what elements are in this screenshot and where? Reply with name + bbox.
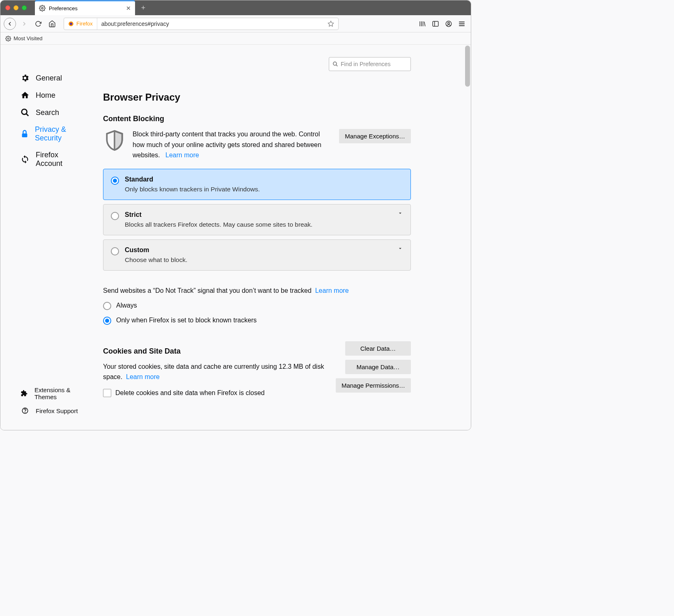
lock-icon [20,129,29,138]
svg-point-15 [7,38,9,39]
sync-icon [20,155,30,164]
gear-icon [5,36,11,41]
sidebar-item-privacy[interactable]: Privacy & Security [0,121,95,147]
svg-marker-3 [328,21,333,26]
sidebar-item-label: Firefox Account [36,151,87,168]
menu-button[interactable] [456,18,468,30]
search-icon [20,108,30,117]
content-blocking-description: Block third-party content that tracks yo… [133,129,332,161]
identity-label: Firefox [76,21,93,27]
svg-point-21 [333,62,337,65]
search-placeholder: Find in Preferences [341,61,390,67]
sidebar-item-label: Privacy & Security [35,125,87,143]
sidebar-item-support[interactable]: Firefox Support [0,404,95,418]
content-area: General Home Search Privacy & Security [0,45,471,430]
radio-strict[interactable] [111,212,119,220]
sidebar-item-label: General [36,74,62,83]
radio-custom[interactable] [111,247,119,255]
option-description: Blocks all trackers Firefox detects. May… [125,221,312,228]
maximize-window-button[interactable] [22,5,27,10]
dnt-option-only-when[interactable]: Only when Firefox is set to block known … [103,316,411,325]
back-button[interactable] [4,18,16,30]
preferences-search-input[interactable]: Find in Preferences [329,57,411,71]
svg-rect-8 [433,21,438,26]
sidebar-item-label: Home [36,91,55,100]
close-tab-button[interactable]: ✕ [126,5,131,11]
firefox-icon [68,21,74,27]
radio-standard[interactable] [111,177,119,185]
manage-data-button[interactable]: Manage Data… [345,360,411,374]
chevron-down-icon[interactable] [397,246,403,251]
learn-more-link[interactable]: Learn more [165,152,199,159]
puzzle-icon [20,390,29,397]
forward-button[interactable] [18,18,30,30]
radio-label: Always [116,302,137,309]
browser-tab[interactable]: Preferences ✕ [35,0,135,15]
titlebar: Preferences ✕ + [0,0,471,15]
gear-icon [39,5,46,11]
scrollbar[interactable] [465,46,470,87]
help-icon [20,407,30,414]
cookies-description: Your stored cookies, site data and cache… [103,361,328,382]
section-heading-content-blocking: Content Blocking [103,115,411,123]
sidebar-item-extensions[interactable]: Extensions & Themes [0,383,95,404]
svg-line-22 [336,65,338,67]
preferences-sidebar: General Home Search Privacy & Security [0,45,95,430]
svg-point-0 [41,7,43,9]
option-description: Only blocks known trackers in Private Wi… [125,186,260,193]
minimize-window-button[interactable] [14,5,18,10]
learn-more-link[interactable]: Learn more [315,287,349,294]
url-text[interactable]: about:preferences#privacy [97,21,323,27]
gear-icon [20,74,30,83]
svg-point-16 [22,109,27,115]
radio-only-when[interactable] [103,317,111,325]
sidebar-item-home[interactable]: Home [0,87,95,104]
section-heading-cookies: Cookies and Site Data [103,347,328,356]
tab-title: Preferences [49,5,123,11]
main-pane: Find in Preferences Browser Privacy Cont… [103,45,423,430]
clear-data-button[interactable]: Clear Data… [345,341,411,356]
option-title: Strict [125,211,312,218]
radio-always[interactable] [103,302,111,310]
manage-exceptions-button[interactable]: Manage Exceptions… [339,129,411,143]
close-window-button[interactable] [5,5,10,10]
svg-line-7 [424,21,425,26]
bookmark-star-button[interactable] [323,21,338,27]
svg-point-2 [70,23,72,25]
home-button[interactable] [46,18,58,30]
checkbox-label: Delete cookies and site data when Firefo… [115,389,265,397]
sidebar-item-search[interactable]: Search [0,104,95,121]
reload-button[interactable] [32,18,44,30]
option-description: Choose what to block. [125,256,188,264]
content-blocking-option-standard[interactable]: Standard Only blocks known trackers in P… [103,169,411,200]
learn-more-link[interactable]: Learn more [126,373,160,380]
svg-line-17 [26,114,29,116]
new-tab-button[interactable]: + [138,2,149,14]
sidebar-item-label: Search [36,108,59,117]
checkbox-delete-on-close[interactable] [103,389,111,397]
content-blocking-option-custom[interactable]: Custom Choose what to block. [103,239,411,271]
bookmarks-toolbar: Most Visited [0,32,471,45]
dnt-option-always[interactable]: Always [103,301,411,310]
chevron-down-icon[interactable] [397,210,403,216]
sidebar-item-general[interactable]: General [0,69,95,87]
option-title: Custom [125,246,188,254]
svg-point-11 [448,22,450,24]
svg-point-20 [25,412,25,412]
manage-permissions-button[interactable]: Manage Permissions… [336,378,411,393]
home-icon [20,91,30,100]
library-button[interactable] [417,18,428,30]
delete-on-close-checkbox-row[interactable]: Delete cookies and site data when Firefo… [103,389,328,397]
bookmark-most-visited[interactable]: Most Visited [14,35,43,41]
content-blocking-option-strict[interactable]: Strict Blocks all trackers Firefox detec… [103,204,411,235]
dnt-description: Send websites a “Do Not Track” signal th… [103,287,411,294]
identity-box[interactable]: Firefox [64,18,97,30]
url-bar[interactable]: Firefox about:preferences#privacy [64,18,339,30]
sidebar-item-label: Extensions & Themes [34,386,87,400]
sidebar-button[interactable] [430,18,441,30]
sidebar-item-account[interactable]: Firefox Account [0,147,95,172]
account-button[interactable] [443,18,454,30]
shield-icon [103,129,126,152]
option-title: Standard [125,176,260,183]
navigation-toolbar: Firefox about:preferences#privacy [0,15,471,32]
